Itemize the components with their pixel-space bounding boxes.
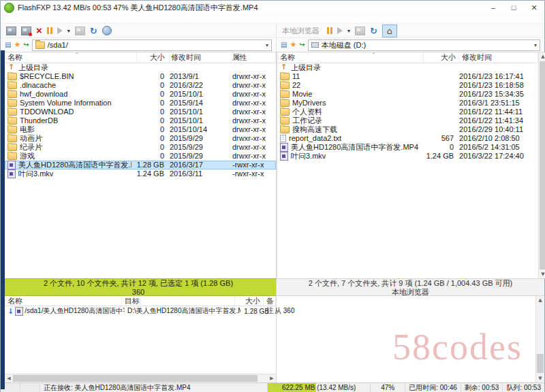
minimize-button[interactable]: – [483,1,503,14]
file-row[interactable]: 搜狗高速下载 2016/2/29 10:40:11 [277,125,538,134]
file-row[interactable]: 11 2016/1/23 16:17:41 [277,72,538,81]
local-dropdown-icon[interactable]: ▾ [347,25,350,36]
favorites-icon[interactable]: ★ [14,40,20,50]
scroll-down-icon[interactable]: ▼ [538,374,542,382]
refresh-icon[interactable]: ↻ [90,25,97,36]
local-favorites-icon[interactable]: ★ [290,40,296,50]
quick-connect-icon[interactable] [21,27,31,35]
scrollbar-thumb[interactable] [540,61,545,270]
folder-switch-icon[interactable]: ▤ [5,40,11,50]
file-size: 0 [131,81,168,90]
local-abort-icon[interactable] [327,27,332,34]
start-queue-icon[interactable] [57,27,63,34]
file-row[interactable]: 动画片 0 2015/9/29 drwxr-xr-x [5,134,276,143]
file-icon [7,73,17,80]
local-transfer-icon[interactable] [355,27,365,35]
file-row[interactable]: 纪录片 0 2015/9/29 drwxr-xr-x [5,143,276,152]
file-row[interactable]: TDDOWNLOAD 0 2015/10/1 drwxr-xr-x [5,108,276,116]
scrollbar-thumb[interactable] [13,375,258,382]
file-row[interactable]: 游戏 0 2015/9/29 drwxr-xr-x [5,152,276,161]
file-row[interactable]: 叶问3.mkv 1.24 GB 2016/3/11 -rwxr-xr-x [5,169,276,178]
queue-column-name[interactable]: 名称 [5,296,122,306]
column-name[interactable]: 名称 [5,52,137,63]
file-size: 0 [131,99,168,108]
file-attr: drwxr-xr-x [232,108,276,116]
file-icon [7,117,17,125]
status-bar: 正在接收: 美人鱼HD1280高清国语中字首发.MP4 622.25 MB (1… [1,382,544,392]
close-button[interactable]: ✕ [524,1,544,14]
scroll-left-icon[interactable]: ◀ [5,376,13,381]
column-modified[interactable]: 修改时间 [459,52,538,63]
local-goto-icon[interactable]: ↪ [299,40,305,50]
file-size: 0 [131,152,168,161]
local-browser-label: 本地浏览器 [282,26,320,36]
file-row[interactable]: 上级目录 [277,63,538,72]
file-row[interactable]: 22 2016/1/23 16:18:58 [277,81,538,90]
file-modified: 2016/5/2 14:31:05 [456,143,538,152]
maximize-button[interactable]: □ [503,1,524,14]
local-list-header: 名称 ˆ 大小 修改时间 [277,52,538,63]
column-attr[interactable]: 属性 [232,52,276,63]
scroll-right-icon[interactable]: ▶ [268,376,276,381]
column-size[interactable]: 大小 [137,52,170,63]
file-row[interactable]: $RECYCLE.BIN 0 2013/9/1 drwxr-xr-x [5,72,276,81]
file-row[interactable]: Movie 2016/1/23 15:34:35 [277,90,538,99]
queue-dropdown-icon[interactable]: ▾ [67,25,70,36]
file-row[interactable]: report_data2.txt 567 2016/2/10 2:08:50 [277,134,538,143]
local-start-icon[interactable] [337,27,343,34]
queue-horizontal-scrollbar[interactable]: ◀ ▶ [5,374,276,382]
file-row[interactable]: MyDrivers 2016/3/1 23:51:15 [277,99,538,108]
file-name: TDDOWNLOAD [20,108,74,116]
file-name: 叶问3.mkv [18,169,53,178]
local-path-combo[interactable]: 本地磁盘 (D:) ▾ [308,39,540,51]
local-folder-switch-icon[interactable]: ▤ [281,40,287,50]
file-row[interactable]: 叶问3.mkv 1.24 GB 2016/3/22 17:24:40 [277,152,538,161]
file-attr: -rwxr-xr-x [232,169,276,178]
file-row[interactable]: hwf_download 0 2015/10/1 drwxr-xr-x [5,90,276,99]
scrollbar-thumb[interactable] [537,354,544,373]
file-row[interactable]: 美人鱼HD1280高清国语中字首发.MP4 1.28 GB 2016/3/17 … [5,161,276,169]
file-row[interactable]: ThunderDB 0 2015/10/1 drwxr-xr-x [5,116,276,125]
column-name[interactable]: 名称 [277,52,424,63]
connect-icon[interactable] [6,27,16,35]
file-row[interactable]: 美人鱼HD1280高清国语中字首发.MP4 0 2016/5/2 14:31:0… [277,143,538,152]
queue-column-size[interactable]: 大小 [235,296,264,306]
file-row[interactable]: System Volume Information 0 2015/9/14 dr… [5,99,276,108]
file-icon [280,135,286,142]
scroll-down-icon[interactable]: ▼ [541,270,544,278]
column-size[interactable]: 大小 [424,52,459,63]
queue-target: D:\美人鱼HD1280高清国语中字首发.MP4 [125,306,240,316]
file-row[interactable]: .dlnacache 0 2016/3/22 drwxr-xr-x [5,81,276,90]
file-row[interactable]: 上级目录 [5,63,276,72]
queue-row[interactable]: ↓/sda1/美人鱼HD1280高清国语中字首发.MP4 D:\美人鱼HD128… [5,306,276,316]
file-name: hwf_download [20,90,67,99]
home-button[interactable]: ⌂ [382,24,397,37]
remote-pane-status: 2 个文件, 10 个文件夹, 共计 12 项, 已选定 1 项 (1.28 G… [1,278,276,296]
log-scrollbar[interactable]: ▲ ▼ [535,296,544,382]
scroll-up-icon[interactable]: ▲ [538,296,542,304]
queue-column-note[interactable]: 备注 [264,296,276,306]
file-icon [7,135,17,142]
media-file-icon [15,307,23,316]
chevron-down-icon[interactable]: ▾ [534,42,537,48]
transfer-mode-icon[interactable] [75,27,85,35]
remote-path-combo[interactable]: /sda1/ ▾ [32,39,272,51]
disconnect-icon[interactable]: × [36,25,42,36]
queue-column-target[interactable]: 目标 [122,296,235,306]
chevron-down-icon[interactable]: ▾ [266,42,268,48]
scroll-up-icon[interactable]: ▲ [541,52,544,61]
file-row[interactable]: 个人资料 2016/1/22 11:44:11 [277,108,538,116]
file-name: 11 [292,72,300,81]
file-row[interactable]: 工作记录 2016/1/22 11:41:34 [277,116,538,125]
goto-icon[interactable]: ↪ [23,40,29,50]
local-list-scrollbar[interactable]: ▲ ▼ [538,52,545,278]
file-icon [280,82,290,89]
column-modified[interactable]: 修改时间 [170,52,232,63]
file-icon [7,126,17,133]
window-frame-edge [1,50,5,389]
file-icon [7,65,16,71]
abort-icon[interactable] [47,27,52,34]
web-icon[interactable] [102,26,112,35]
local-refresh-icon[interactable]: ↻ [370,25,377,36]
file-row[interactable]: 电影 0 2015/10/14 drwxr-xr-x [5,125,276,134]
